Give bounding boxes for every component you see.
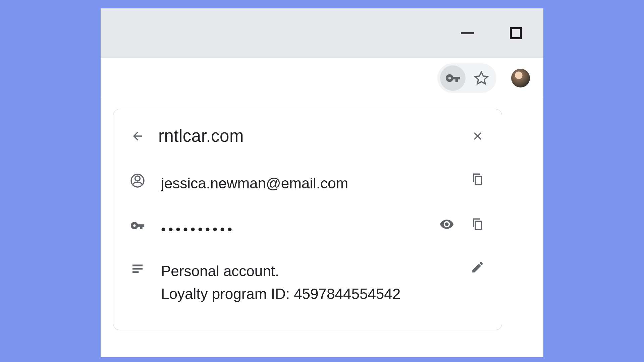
show-password-button[interactable] — [439, 217, 454, 232]
note-row: Personal account. Loyalty program ID: 45… — [130, 260, 485, 305]
browser-toolbar — [101, 58, 543, 98]
copy-icon — [471, 172, 485, 186]
key-icon — [130, 218, 145, 233]
svg-rect-3 — [132, 265, 143, 266]
svg-rect-5 — [132, 272, 139, 273]
svg-rect-4 — [132, 268, 143, 270]
maximize-button[interactable] — [508, 26, 523, 41]
password-details-popup: rntlcar.com jessica.newman@email.com — [113, 109, 502, 330]
copy-password-button[interactable] — [470, 217, 485, 232]
close-button[interactable] — [470, 129, 485, 143]
bookmark-button[interactable] — [474, 70, 489, 86]
popup-header: rntlcar.com — [130, 126, 485, 146]
back-button[interactable] — [130, 129, 145, 143]
svg-rect-1 — [511, 28, 521, 38]
close-icon — [471, 130, 484, 142]
password-row: •••••••••• — [130, 217, 485, 238]
svg-rect-0 — [461, 32, 474, 34]
pencil-icon — [471, 260, 485, 274]
copy-icon — [471, 217, 485, 231]
star-icon — [474, 70, 489, 86]
window-titlebar — [101, 8, 543, 58]
edit-note-button[interactable] — [470, 260, 485, 275]
eye-icon — [439, 216, 454, 232]
arrow-left-icon — [131, 129, 144, 143]
site-name: rntlcar.com — [158, 126, 244, 146]
minimize-button[interactable] — [460, 26, 475, 41]
notes-icon — [130, 261, 145, 276]
note-value: Personal account. Loyalty program ID: 45… — [161, 260, 454, 305]
username-row: jessica.newman@email.com — [130, 172, 485, 195]
password-manager-button[interactable] — [440, 65, 466, 91]
addressbar-actions — [437, 63, 496, 93]
copy-username-button[interactable] — [470, 172, 485, 187]
profile-avatar[interactable] — [511, 69, 530, 87]
note-line-1: Personal account. — [161, 260, 454, 283]
person-icon — [130, 173, 145, 188]
password-value: •••••••••• — [161, 219, 423, 240]
key-icon — [445, 70, 461, 86]
note-line-2: Loyalty program ID: 4597844554542 — [161, 283, 454, 305]
username-value: jessica.newman@email.com — [161, 172, 454, 195]
browser-window: rntlcar.com jessica.newman@email.com — [101, 8, 543, 357]
